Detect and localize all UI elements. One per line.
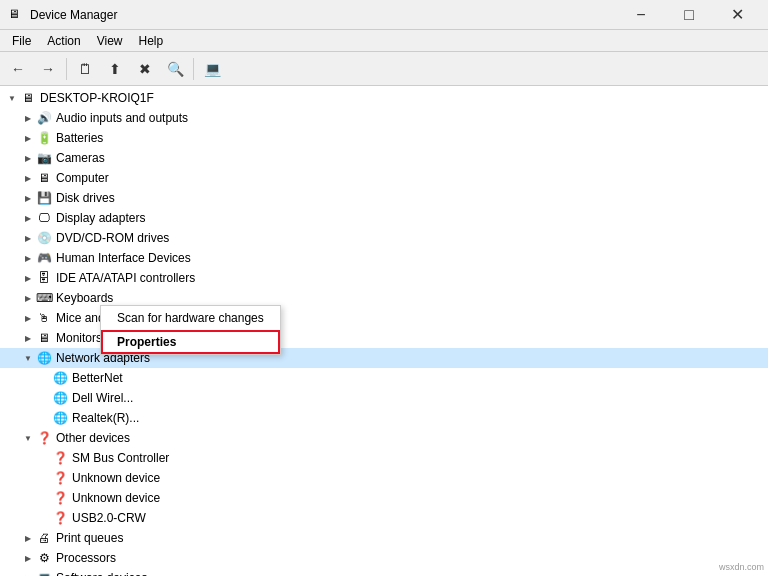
tree-label-print: Print queues: [56, 531, 123, 545]
tree-label-dvd: DVD/CD-ROM drives: [56, 231, 169, 245]
tree-item-display[interactable]: ▶🖵Display adapters: [0, 208, 768, 228]
properties-button[interactable]: 🗒: [71, 56, 99, 82]
root-toggle[interactable]: ▼: [4, 90, 20, 106]
tree-item-disk[interactable]: ▶💾Disk drives: [0, 188, 768, 208]
tree-toggle-display[interactable]: ▶: [20, 210, 36, 226]
tree-icon-usb: ❓: [52, 510, 68, 526]
tree-toggle-unknown1[interactable]: [36, 470, 52, 486]
app-icon: 🖥: [8, 7, 24, 23]
tree-label-display: Display adapters: [56, 211, 145, 225]
close-button[interactable]: ✕: [714, 0, 760, 30]
tree-icon-smbus: ❓: [52, 450, 68, 466]
tree-label-monitors: Monitors: [56, 331, 102, 345]
tree-toggle-dvd[interactable]: ▶: [20, 230, 36, 246]
computer-icon: 🖥: [20, 90, 36, 106]
tree-label-batteries: Batteries: [56, 131, 103, 145]
forward-button[interactable]: →: [34, 56, 62, 82]
tree-toggle-processors[interactable]: ▶: [20, 550, 36, 566]
tree-toggle-software[interactable]: ▶: [20, 570, 36, 576]
tree-icon-software: 💻: [36, 570, 52, 576]
tree-item-batteries[interactable]: ▶🔋Batteries: [0, 128, 768, 148]
tree-toggle-audio[interactable]: ▶: [20, 110, 36, 126]
tree-item-processors[interactable]: ▶⚙Processors: [0, 548, 768, 568]
tree-item-print[interactable]: ▶🖨Print queues: [0, 528, 768, 548]
tree-icon-computer: 🖥: [36, 170, 52, 186]
tree-icon-display: 🖵: [36, 210, 52, 226]
tree-item-usb[interactable]: ❓USB2.0-CRW: [0, 508, 768, 528]
tree-label-processors: Processors: [56, 551, 116, 565]
tree-root[interactable]: ▼ 🖥 DESKTOP-KROIQ1F: [0, 88, 768, 108]
tree-icon-mice: 🖱: [36, 310, 52, 326]
tree-toggle-dell[interactable]: [36, 390, 52, 406]
minimize-button[interactable]: −: [618, 0, 664, 30]
update-driver-button[interactable]: ⬆: [101, 56, 129, 82]
tree-item-unknown2[interactable]: ❓Unknown device: [0, 488, 768, 508]
tree-toggle-network[interactable]: ▼: [20, 350, 36, 366]
tree-item-dvd[interactable]: ▶💿DVD/CD-ROM drives: [0, 228, 768, 248]
tree-item-other[interactable]: ▼❓Other devices: [0, 428, 768, 448]
tree-toggle-betternet[interactable]: [36, 370, 52, 386]
watermark: wsxdn.com: [719, 562, 764, 572]
tree-label-dell: Dell Wirel...: [72, 391, 133, 405]
tree-item-audio[interactable]: ▶🔊Audio inputs and outputs: [0, 108, 768, 128]
menu-item-file[interactable]: File: [4, 32, 39, 50]
tree-toggle-batteries[interactable]: ▶: [20, 130, 36, 146]
tree-icon-cameras: 📷: [36, 150, 52, 166]
toolbar: ← → 🗒 ⬆ ✖ 🔍 💻: [0, 52, 768, 86]
tree-toggle-hid[interactable]: ▶: [20, 250, 36, 266]
tree-label-realtek: Realtek(R)...: [72, 411, 139, 425]
tree-toggle-realtek[interactable]: [36, 410, 52, 426]
tree-label-computer: Computer: [56, 171, 109, 185]
context-menu-item-scan[interactable]: Scan for hardware changes: [101, 306, 280, 330]
scan-button[interactable]: 🔍: [161, 56, 189, 82]
back-button[interactable]: ←: [4, 56, 32, 82]
menu-item-action[interactable]: Action: [39, 32, 88, 50]
tree-icon-audio: 🔊: [36, 110, 52, 126]
tree-label-other: Other devices: [56, 431, 130, 445]
tree-icon-print: 🖨: [36, 530, 52, 546]
tree-item-realtek[interactable]: 🌐Realtek(R)...: [0, 408, 768, 428]
maximize-button[interactable]: □: [666, 0, 712, 30]
tree-label-audio: Audio inputs and outputs: [56, 111, 188, 125]
window-title: Device Manager: [30, 8, 618, 22]
tree-label-software: Software devices: [56, 571, 147, 576]
tree-item-hid[interactable]: ▶🎮Human Interface Devices: [0, 248, 768, 268]
tree-toggle-cameras[interactable]: ▶: [20, 150, 36, 166]
tree-toggle-computer[interactable]: ▶: [20, 170, 36, 186]
device-info-button[interactable]: 💻: [198, 56, 226, 82]
tree-item-cameras[interactable]: ▶📷Cameras: [0, 148, 768, 168]
menu-item-help[interactable]: Help: [131, 32, 172, 50]
context-menu-item-properties[interactable]: Properties: [101, 330, 280, 354]
tree-toggle-usb[interactable]: [36, 510, 52, 526]
tree-item-dell[interactable]: 🌐Dell Wirel...: [0, 388, 768, 408]
tree-item-betternet[interactable]: 🌐BetterNet: [0, 368, 768, 388]
tree-label-cameras: Cameras: [56, 151, 105, 165]
tree-item-ide[interactable]: ▶🗄IDE ATA/ATAPI controllers: [0, 268, 768, 288]
tree-toggle-keyboards[interactable]: ▶: [20, 290, 36, 306]
tree-item-computer[interactable]: ▶🖥Computer: [0, 168, 768, 188]
tree-icon-processors: ⚙: [36, 550, 52, 566]
tree-item-unknown1[interactable]: ❓Unknown device: [0, 468, 768, 488]
context-menu: Scan for hardware changesProperties: [100, 305, 281, 355]
tree-icon-network: 🌐: [36, 350, 52, 366]
tree-toggle-other[interactable]: ▼: [20, 430, 36, 446]
tree-label-betternet: BetterNet: [72, 371, 123, 385]
tree-toggle-print[interactable]: ▶: [20, 530, 36, 546]
tree-toggle-disk[interactable]: ▶: [20, 190, 36, 206]
tree-label-keyboards: Keyboards: [56, 291, 113, 305]
tree-toggle-unknown2[interactable]: [36, 490, 52, 506]
tree-toggle-smbus[interactable]: [36, 450, 52, 466]
tree-label-unknown1: Unknown device: [72, 471, 160, 485]
tree-item-smbus[interactable]: ❓SM Bus Controller: [0, 448, 768, 468]
tree-icon-keyboards: ⌨: [36, 290, 52, 306]
tree-label-usb: USB2.0-CRW: [72, 511, 146, 525]
tree-toggle-monitors[interactable]: ▶: [20, 330, 36, 346]
tree-item-software[interactable]: ▶💻Software devices: [0, 568, 768, 576]
tree-icon-other: ❓: [36, 430, 52, 446]
uninstall-button[interactable]: ✖: [131, 56, 159, 82]
tree-label-unknown2: Unknown device: [72, 491, 160, 505]
menu-item-view[interactable]: View: [89, 32, 131, 50]
tree-toggle-mice[interactable]: ▶: [20, 310, 36, 326]
tree-toggle-ide[interactable]: ▶: [20, 270, 36, 286]
tree-icon-hid: 🎮: [36, 250, 52, 266]
